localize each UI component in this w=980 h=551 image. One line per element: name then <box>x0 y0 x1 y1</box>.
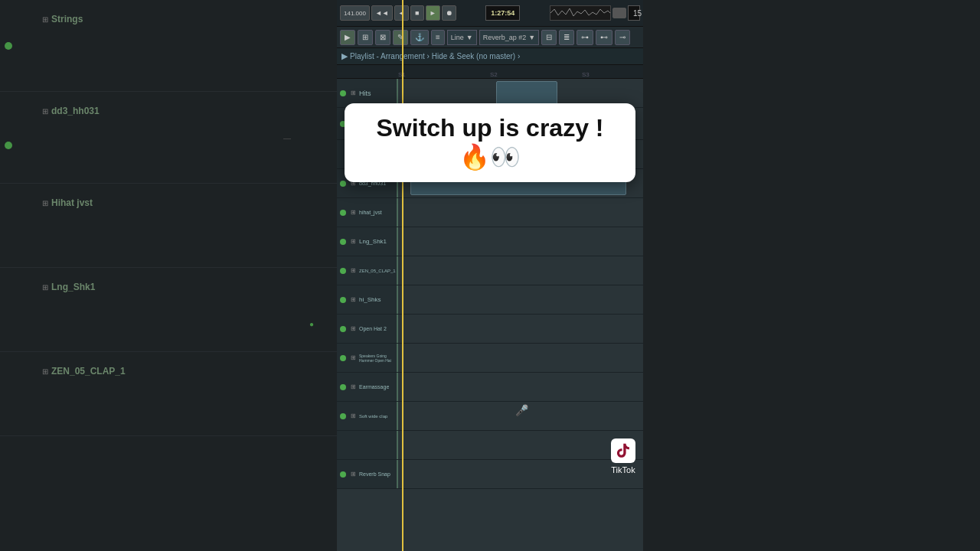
transport-stop[interactable]: ■ <box>410 5 424 21</box>
track-icon: ⊞ <box>351 90 356 96</box>
track-icon: ⊞ <box>351 296 356 303</box>
mic-icon: 🎤 <box>515 404 528 416</box>
track-icon: ⊞ <box>351 383 356 390</box>
track-body-openhat[interactable] <box>398 315 643 343</box>
track-clip[interactable] <box>496 81 557 105</box>
ruler: S1 S2 S3 <box>337 65 643 79</box>
line-dropdown[interactable]: Line▼ <box>447 30 477 45</box>
table-row: ⊞ Lng_Shk1 <box>337 227 643 256</box>
track-name: Lng_Shk1 <box>359 238 387 245</box>
left-side-panel: ⊞ Strings ⊞ dd3_hh031 — ⊞ Hihat jvst ⊞ L… <box>0 0 337 551</box>
track-body-reverb[interactable] <box>398 460 643 488</box>
tiktok-watermark: TikTok <box>611 439 635 474</box>
time-display: 1:27:54 <box>485 5 520 21</box>
left-track-name-4: Lng_Shk1 <box>51 282 95 292</box>
track-name: Hits <box>359 90 371 97</box>
track-body-empty2[interactable] <box>398 431 643 459</box>
table-row: ⊞ Speakers Going Hammer Open Hat <box>337 344 643 373</box>
left-track-name-1: Strings <box>51 14 83 24</box>
tb2-btn-grid[interactable]: ⊞ <box>358 30 373 45</box>
track-icon: ⊞ <box>351 354 356 361</box>
track-header-hishks: ⊞ hi_Shks <box>337 285 398 314</box>
track-body-softclap[interactable]: 🎤 <box>398 402 643 430</box>
tb2-btn-extra4[interactable]: ⊷ <box>596 30 612 45</box>
tb2-btn-extra5[interactable]: ⊸ <box>615 30 630 45</box>
left-track-icon-2: ⊞ <box>42 107 48 116</box>
track-header-reverb: ⊞ Reverb Snap <box>337 460 398 488</box>
tb2-btn-mute[interactable]: ⊠ <box>375 30 390 45</box>
tb2-btn-lines[interactable]: ≡ <box>431 30 445 45</box>
track-dot <box>340 384 346 390</box>
transport-record[interactable]: ⏺ <box>442 5 456 21</box>
left-track-icon-4: ⊞ <box>42 283 48 292</box>
table-row: ⊞ Earmassage <box>337 373 643 402</box>
table-row: ⊞ hihat_jvst <box>337 198 643 227</box>
ruler-mark-s3: S3 <box>582 71 590 78</box>
track-name: hi_Shks <box>359 296 381 303</box>
tb2-btn-extra1[interactable]: ⊟ <box>541 30 557 45</box>
left-track-icon-5: ⊞ <box>42 367 48 376</box>
tb2-btn-extra2[interactable]: ≣ <box>559 30 574 45</box>
main-panel: 141.000 ◄◄ ◄ ■ ► ⏺ 1:27:54 15 ▶ ⊞ ⊠ ✎ ⚓ … <box>337 0 643 551</box>
waveform-svg <box>550 6 610 20</box>
track-body-lng[interactable] <box>398 227 643 256</box>
track-name: Speakers Going Hammer Open Hat <box>359 354 394 363</box>
track-icon: ⊞ <box>351 209 356 216</box>
toolbar2: ▶ ⊞ ⊠ ✎ ⚓ ≡ Line▼ Reverb_ap #2▼ ⊟ ≣ ⊶ ⊷ … <box>337 27 643 48</box>
reverb-dropdown[interactable]: Reverb_ap #2▼ <box>479 30 539 45</box>
track-dot <box>340 355 346 361</box>
track-body-speakers[interactable] <box>398 344 643 372</box>
right-side-panel <box>643 0 980 551</box>
track-dot <box>340 239 346 245</box>
track-dot <box>340 268 346 274</box>
track-dot <box>340 210 346 216</box>
transport-rewind[interactable]: ◄◄ <box>371 5 393 21</box>
speech-bubble-text: Switch up is crazy ! 🔥👀 <box>360 114 620 171</box>
waveform-display <box>550 5 611 21</box>
tiktok-icon <box>615 442 632 459</box>
track-body-hishks[interactable] <box>398 285 643 314</box>
tiktok-label: TikTok <box>611 465 635 474</box>
time-value: 1:27:54 <box>491 9 514 17</box>
left-track-name-2: dd3_hh031 <box>51 106 100 116</box>
table-row: ⊞ Soft wide clap 🎤 <box>337 402 643 431</box>
track-header-lng: ⊞ Lng_Shk1 <box>337 227 398 256</box>
ruler-mark-s2: S2 <box>490 71 498 78</box>
left-track-name-5: ZEN_05_CLAP_1 <box>51 366 126 377</box>
track-header-hihat: ⊞ hihat_jvst <box>337 198 398 227</box>
tb2-btn-anchor[interactable]: ⚓ <box>410 30 429 45</box>
track-name: hihat_jvst <box>359 210 382 215</box>
tb2-btn-extra3[interactable]: ⊶ <box>577 30 593 45</box>
track-name: Open Hat 2 <box>359 326 387 331</box>
track-icon: ⊞ <box>351 471 356 478</box>
tb2-btn-draw[interactable]: ✎ <box>393 30 408 45</box>
track-icon: ⊞ <box>351 238 356 245</box>
toolbar: 141.000 ◄◄ ◄ ■ ► ⏺ 1:27:54 15 <box>337 0 643 27</box>
track-body-hihat[interactable] <box>398 198 643 227</box>
transport-play[interactable]: ► <box>426 5 440 21</box>
left-dot-2 <box>5 126 12 149</box>
track-dot <box>340 471 346 478</box>
breadcrumb-text: Playlist - Arrangement › Hide & Seek (no… <box>350 52 520 60</box>
track-name: ZEN_05_CLAP_1 <box>359 269 396 273</box>
track-name: Earmassage <box>359 384 389 390</box>
table-row <box>337 431 643 460</box>
track-icon: ⊞ <box>351 412 356 419</box>
left-dot <box>5 42 12 50</box>
track-body-zen[interactable] <box>398 256 643 285</box>
left-track-icon-1: ⊞ <box>42 15 48 24</box>
tb2-btn-play[interactable]: ▶ <box>340 30 355 45</box>
table-row: ⊞ ZEN_05_CLAP_1 <box>337 256 643 285</box>
track-header-speakers: ⊞ Speakers Going Hammer Open Hat <box>337 344 398 372</box>
table-row: ⊞ hi_Shks <box>337 285 643 315</box>
toolbar-square[interactable] <box>612 8 626 18</box>
table-row: ⊞ Reverb Snap <box>337 460 643 489</box>
track-name: Reverb Snap <box>359 471 390 477</box>
toolbar-tempo[interactable]: 141.000 <box>340 5 370 21</box>
tempo-value: 141.000 <box>344 10 366 17</box>
track-dot <box>340 413 346 419</box>
track-body-ear[interactable] <box>398 373 643 401</box>
playhead <box>402 0 403 551</box>
left-track-name-3: Hihat jvst <box>51 197 93 208</box>
track-dot <box>340 181 346 187</box>
